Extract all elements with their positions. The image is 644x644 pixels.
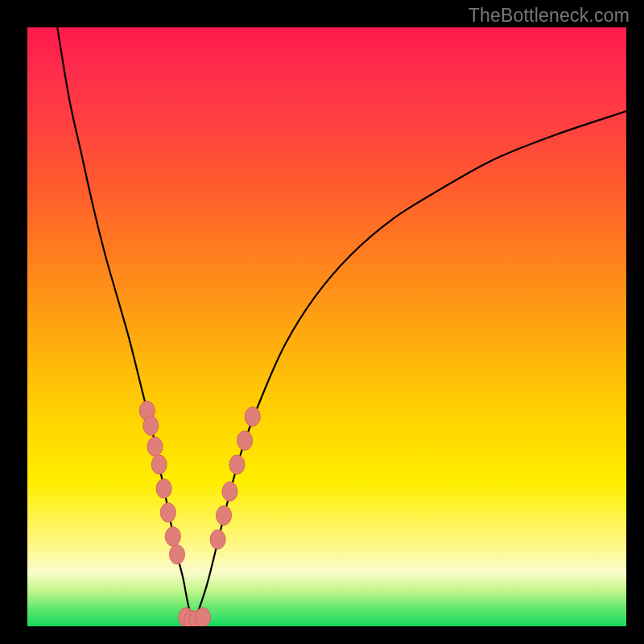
data-marker bbox=[210, 530, 225, 549]
outer-frame: TheBottleneck.com bbox=[0, 0, 644, 644]
data-marker bbox=[217, 506, 232, 525]
data-marker bbox=[165, 526, 180, 546]
data-marker bbox=[229, 455, 245, 474]
data-marker bbox=[170, 545, 185, 564]
right-curve-path bbox=[195, 111, 626, 620]
data-marker bbox=[143, 416, 159, 436]
chart-svg bbox=[27, 27, 626, 626]
data-marker bbox=[245, 407, 260, 427]
data-marker bbox=[237, 431, 253, 450]
data-marker bbox=[156, 479, 171, 498]
data-marker bbox=[160, 503, 175, 522]
data-marker bbox=[151, 455, 167, 474]
data-marker bbox=[222, 482, 237, 502]
data-marker bbox=[147, 437, 163, 456]
data-marker bbox=[195, 608, 210, 626]
marker-group bbox=[139, 401, 260, 626]
plot-area bbox=[27, 27, 626, 626]
watermark-text: TheBottleneck.com bbox=[469, 5, 630, 27]
